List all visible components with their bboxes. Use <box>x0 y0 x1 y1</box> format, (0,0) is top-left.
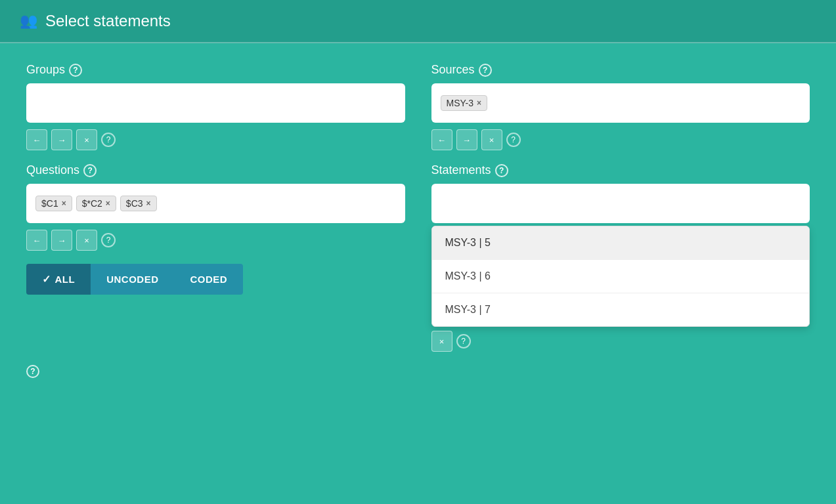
sources-help-icon[interactable]: ? <box>479 64 492 77</box>
sources-label: Sources ? <box>431 63 810 77</box>
question-tag-2: $*C2 × <box>76 196 116 211</box>
groups-section: Groups ? ← → × ? <box>26 63 405 150</box>
groups-help-icon[interactable]: ? <box>69 64 82 77</box>
questions-prev-button[interactable]: ← <box>26 230 47 251</box>
dropdown-item-3[interactable]: MSY-3 | 7 <box>432 293 810 326</box>
question-tag-1: $C1 × <box>35 196 72 211</box>
question-tag-3-text: $C3 <box>126 198 143 209</box>
dropdown-item-2[interactable]: MSY-3 | 6 <box>432 260 810 293</box>
groups-prev-button[interactable]: ← <box>26 129 47 150</box>
footer-help-icon[interactable]: ? <box>26 365 39 378</box>
sources-tag-text: MSY-3 <box>447 98 474 108</box>
sources-tag: MSY-3 × <box>441 95 488 111</box>
sources-clear-button[interactable]: × <box>481 129 502 150</box>
sources-nav: ← → × ? <box>431 129 810 150</box>
questions-input[interactable]: $C1 × $*C2 × $C3 × <box>26 184 405 223</box>
question-tag-2-text: $*C2 <box>82 198 102 209</box>
groups-label: Groups ? <box>26 63 405 77</box>
sources-prev-button[interactable]: ← <box>431 129 452 150</box>
question-tag-1-text: $C1 <box>41 198 58 209</box>
statements-help-icon[interactable]: ? <box>495 164 508 177</box>
page-header: 👥 Select statements <box>0 0 836 43</box>
statements-input[interactable] <box>431 184 810 223</box>
statements-dropdown: MSY-3 | 5 MSY-3 | 6 MSY-3 | 7 <box>431 226 810 327</box>
questions-nav-help-icon[interactable]: ? <box>101 233 116 247</box>
dropdown-item-1[interactable]: MSY-3 | 5 <box>432 226 810 260</box>
all-checkmark: ✓ <box>42 273 51 285</box>
groups-input[interactable] <box>26 83 405 123</box>
filter-buttons-group: ✓ ALL UNCODED CODED <box>26 264 243 295</box>
question-tag-2-close[interactable]: × <box>106 199 110 208</box>
statements-section: Statements ? MSY-3 | 5 MSY-3 | 6 MSY-3 |… <box>431 163 810 352</box>
questions-clear-button[interactable]: × <box>76 230 97 251</box>
question-tag-1-close[interactable]: × <box>62 199 66 208</box>
sources-tag-close[interactable]: × <box>477 98 481 108</box>
statements-nav: × ? <box>431 331 810 352</box>
groups-clear-button[interactable]: × <box>76 129 97 150</box>
page-title: Select statements <box>45 12 171 30</box>
questions-nav: ← → × ? <box>26 230 405 251</box>
statements-clear-button[interactable]: × <box>431 331 452 352</box>
main-content: Groups ? ← → × ? Sources ? <box>0 43 836 398</box>
filter-all-button[interactable]: ✓ ALL <box>26 264 91 295</box>
footer-section: ? <box>26 365 810 378</box>
bottom-row: Questions ? $C1 × $*C2 × $C3 × <box>26 163 810 352</box>
filter-uncoded-button[interactable]: UNCODED <box>91 264 174 295</box>
sources-section: Sources ? MSY-3 × ← → × ? <box>431 63 810 150</box>
sources-input[interactable]: MSY-3 × <box>431 83 810 123</box>
sources-next-button[interactable]: → <box>456 129 477 150</box>
statements-label: Statements ? <box>431 163 810 177</box>
header-icon: 👥 <box>20 12 37 30</box>
questions-next-button[interactable]: → <box>51 230 72 251</box>
questions-help-icon[interactable]: ? <box>83 164 97 177</box>
filter-all-label: ALL <box>55 274 76 285</box>
questions-section: Questions ? $C1 × $*C2 × $C3 × <box>26 163 405 352</box>
statements-nav-help-icon[interactable]: ? <box>456 334 471 348</box>
sources-nav-help-icon[interactable]: ? <box>506 133 521 147</box>
groups-nav-help-icon[interactable]: ? <box>101 133 116 147</box>
page-container: 👥 Select statements Groups ? ← → × ? <box>0 0 836 504</box>
question-tag-3-close[interactable]: × <box>146 199 151 208</box>
filter-section: ✓ ALL UNCODED CODED <box>26 264 405 295</box>
questions-label: Questions ? <box>26 163 405 177</box>
question-tag-3: $C3 × <box>120 196 157 211</box>
groups-next-button[interactable]: → <box>51 129 72 150</box>
groups-nav: ← → × ? <box>26 129 405 150</box>
filter-coded-button[interactable]: CODED <box>175 264 244 295</box>
top-row: Groups ? ← → × ? Sources ? <box>26 63 810 150</box>
